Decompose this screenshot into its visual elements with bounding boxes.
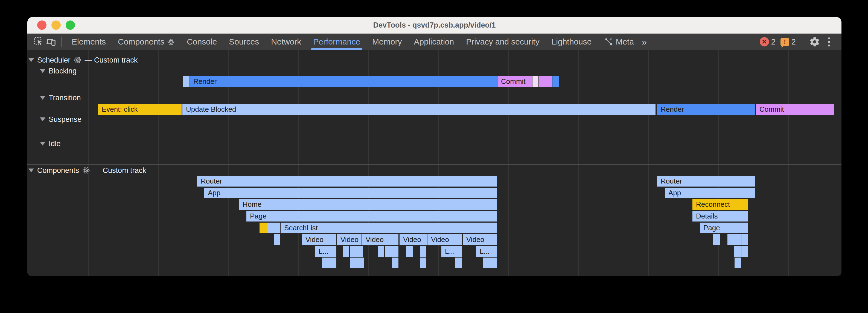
track-header-scheduler[interactable]: Scheduler— Custom track <box>28 56 137 65</box>
flame-bar-router[interactable]: Router <box>657 176 755 186</box>
flame-bar[interactable] <box>183 76 189 87</box>
devtools-tabbar: ElementsComponentsConsoleSourcesNetworkP… <box>27 34 841 50</box>
flame-bar[interactable] <box>343 246 349 257</box>
flame-bar[interactable] <box>532 76 538 87</box>
flame-bar[interactable] <box>392 257 398 268</box>
flame-bar-video[interactable]: Video <box>428 234 462 245</box>
more-options-kebab-icon[interactable] <box>826 37 832 46</box>
flame-bar[interactable] <box>735 257 741 268</box>
gridline <box>158 50 159 276</box>
tab-label: Privacy and security <box>466 37 539 46</box>
flame-bar-home[interactable]: Home <box>239 199 497 210</box>
track-header-components[interactable]: Components— Custom track <box>28 166 146 175</box>
collapse-triangle-icon[interactable] <box>40 96 45 100</box>
flame-bar-l[interactable]: L... <box>315 246 336 257</box>
flame-bar-page[interactable]: Page <box>246 211 497 221</box>
flame-bar-router[interactable]: Router <box>197 176 497 186</box>
tab-label: Components <box>118 37 164 46</box>
flame-bar[interactable] <box>727 234 741 245</box>
tab-memory[interactable]: Memory <box>366 34 408 50</box>
flame-bar[interactable] <box>483 257 497 268</box>
track-suffix: — Custom track <box>93 166 146 175</box>
flame-bar[interactable] <box>455 257 462 268</box>
tabbar-right-cluster: ✕ 2 ! 2 <box>760 34 832 50</box>
flame-bar-reconnect[interactable]: Reconnect <box>692 199 748 210</box>
settings-gear-icon[interactable] <box>808 35 821 48</box>
tab-privacy-and-security[interactable]: Privacy and security <box>460 34 545 50</box>
flame-bar-render[interactable]: Render <box>190 76 497 87</box>
flame-bar-video[interactable]: Video <box>302 234 336 245</box>
flame-bar[interactable] <box>267 222 280 233</box>
collapse-triangle-icon[interactable] <box>28 58 34 62</box>
tab-performance[interactable]: Performance <box>307 34 366 50</box>
flame-bar[interactable] <box>350 246 363 257</box>
flame-bar-commit[interactable]: Commit <box>497 76 532 87</box>
issues-badge[interactable]: ! 2 <box>780 37 796 46</box>
tab-label: Console <box>187 37 217 46</box>
tab-lighthouse[interactable]: Lighthouse <box>546 34 598 50</box>
flame-bar[interactable] <box>259 222 267 233</box>
flame-bar-video[interactable]: Video <box>337 234 362 245</box>
lane-label-blocking[interactable]: Blocking <box>40 66 76 76</box>
flame-bar-l[interactable]: L... <box>441 246 462 257</box>
tab-sources[interactable]: Sources <box>223 34 265 50</box>
titlebar: DevTools - qsvd7p.csb.app/video/1 <box>27 17 841 34</box>
flame-bar[interactable] <box>378 246 384 257</box>
flame-bar-searchlist[interactable]: SearchList <box>281 222 497 233</box>
lane-label-suspense[interactable]: Suspense <box>40 115 82 124</box>
tab-label: Meta <box>616 37 634 46</box>
timeline-content[interactable]: Scheduler— Custom trackBlockingRenderCom… <box>27 50 841 276</box>
flame-bar-details[interactable]: Details <box>692 211 748 221</box>
inspect-element-icon[interactable] <box>32 35 45 48</box>
collapse-triangle-icon[interactable] <box>40 117 45 121</box>
tools-icon <box>603 37 613 46</box>
flame-bar[interactable] <box>713 234 720 245</box>
collapse-triangle-icon[interactable] <box>40 69 45 73</box>
collapse-triangle-icon[interactable] <box>40 142 45 146</box>
flame-bar[interactable] <box>274 234 280 245</box>
flame-bar[interactable] <box>385 246 398 257</box>
tab-console[interactable]: Console <box>181 34 223 50</box>
lane-label-idle[interactable]: Idle <box>40 139 61 148</box>
lane-name: Blocking <box>49 67 76 75</box>
flame-bar-l[interactable]: L... <box>476 246 497 257</box>
flame-bar-update-blocked[interactable]: Update Blocked <box>182 104 655 115</box>
lane-label-transition[interactable]: Transition <box>40 93 81 102</box>
tab-application[interactable]: Application <box>408 34 460 50</box>
tab-components[interactable]: Components <box>112 34 181 50</box>
flame-bar-video[interactable]: Video <box>463 234 497 245</box>
flame-bar-render[interactable]: Render <box>657 104 755 115</box>
window-title: DevTools - qsvd7p.csb.app/video/1 <box>27 17 841 33</box>
flame-bar[interactable] <box>734 246 741 257</box>
flame-bar-event-click[interactable]: Event: click <box>98 104 182 115</box>
flame-bar[interactable] <box>420 246 426 257</box>
flame-bar-page[interactable]: Page <box>700 222 748 233</box>
flame-bar[interactable] <box>741 234 748 245</box>
gridline <box>648 50 649 276</box>
flame-bar-app[interactable]: App <box>204 188 497 198</box>
more-tabs-button[interactable]: » <box>640 37 647 47</box>
flame-bar-video[interactable]: Video <box>400 234 427 245</box>
tab-elements[interactable]: Elements <box>66 34 112 50</box>
track-name: Scheduler <box>37 56 70 65</box>
flame-bar[interactable] <box>552 76 559 87</box>
flame-bar-app[interactable]: App <box>665 188 755 198</box>
flame-bar-commit[interactable]: Commit <box>756 104 834 115</box>
lane-name: Idle <box>49 140 61 148</box>
flame-bar[interactable] <box>322 257 336 268</box>
gridline <box>788 50 789 276</box>
tab-network[interactable]: Network <box>265 34 307 50</box>
tab-meta[interactable]: Meta <box>597 34 640 50</box>
tab-label: Lighthouse <box>552 37 592 46</box>
flame-bar-video[interactable]: Video <box>362 234 398 245</box>
flame-bar[interactable] <box>350 257 364 268</box>
flame-bar[interactable] <box>406 246 413 257</box>
flame-bar[interactable] <box>420 257 426 268</box>
console-errors-badge[interactable]: ✕ 2 <box>760 37 776 46</box>
error-icon: ✕ <box>760 37 769 46</box>
flame-bar[interactable] <box>539 76 552 87</box>
issue-icon: ! <box>780 38 789 46</box>
collapse-triangle-icon[interactable] <box>28 169 34 172</box>
flame-bar[interactable] <box>741 246 748 257</box>
device-toolbar-icon[interactable] <box>45 35 57 48</box>
